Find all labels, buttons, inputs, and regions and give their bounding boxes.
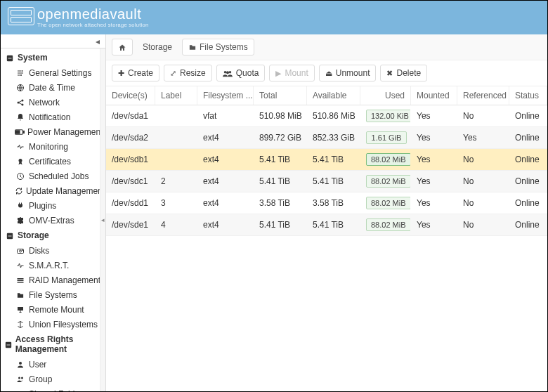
sidebar-item-label: Shared Folders xyxy=(29,389,86,392)
sidebar-group-system[interactable]: System xyxy=(1,50,105,65)
delete-button[interactable]: ✖Delete xyxy=(380,65,427,81)
cell-referenced: No xyxy=(457,150,509,169)
header-used[interactable]: Used xyxy=(360,86,411,105)
breadcrumb-bar: Storage File Systems xyxy=(106,34,547,60)
table-row[interactable]: /dev/sde14ext45.41 TiB5.41 TiB88.02 MiBY… xyxy=(106,214,547,236)
table-row[interactable]: /dev/sda1vfat510.98 MiB510.86 MiB132.00 … xyxy=(106,105,547,127)
cell-available: 5.41 TiB xyxy=(307,150,360,169)
sidebar-item-label: Scheduled Jobs xyxy=(29,171,89,181)
folder-icon xyxy=(15,290,26,300)
header-mounted[interactable]: Mounted xyxy=(411,86,457,105)
cell-device: /dev/sdc1 xyxy=(106,172,155,190)
sidebar-item-label: S.M.A.R.T. xyxy=(29,261,69,270)
cell-total: 510.98 MiB xyxy=(254,107,307,125)
sidebar-collapse-side[interactable]: ◂ xyxy=(100,48,105,391)
cell-status: Online xyxy=(509,150,547,169)
hdd-icon xyxy=(15,246,26,256)
sidebar-collapse-top[interactable]: ◂ xyxy=(1,34,105,48)
sidebar-item-omv-extras[interactable]: OMV-Extras xyxy=(1,213,105,228)
heartbeat-icon xyxy=(15,142,26,152)
table-row[interactable]: /dev/sdc12ext45.41 TiB5.41 TiB88.02 MiBY… xyxy=(106,171,547,192)
sidebar-item-power-management[interactable]: Power Management xyxy=(1,124,105,139)
used-badge: 88.02 MiB xyxy=(366,197,411,209)
header-referenced[interactable]: Referenced xyxy=(457,86,509,105)
sidebar-item-date-time[interactable]: Date & Time xyxy=(1,80,105,95)
sidebar-item-scheduled-jobs[interactable]: Scheduled Jobs xyxy=(1,169,105,183)
cell-device: /dev/sda2 xyxy=(106,129,155,147)
sidebar-item-label: Notification xyxy=(29,112,70,122)
sidebar-item-network[interactable]: Network xyxy=(1,95,105,110)
cell-used: 88.02 MiB xyxy=(360,149,411,170)
header-device[interactable]: Device(s) xyxy=(106,86,155,105)
mount-label: Mount xyxy=(285,68,308,78)
sidebar-item-label: Update Management xyxy=(26,186,105,196)
sidebar-item-user[interactable]: User xyxy=(1,357,105,372)
cell-available: 852.33 GiB xyxy=(307,129,360,147)
toolbar: ✚Create ⤢Resize Quota ▶Mount ⏏Unmount ✖D… xyxy=(106,60,547,86)
create-button[interactable]: ✚Create xyxy=(112,65,159,81)
sidebar-item-remote-mount[interactable]: Remote Mount xyxy=(1,302,105,317)
sidebar-item-union-filesystems[interactable]: Union Filesystems xyxy=(1,317,105,332)
svg-point-20 xyxy=(19,362,22,365)
sidebar-item-certificates[interactable]: Certificates xyxy=(1,154,105,169)
sidebar-item-label: Date & Time xyxy=(29,83,75,93)
sidebar-item-raid-management[interactable]: RAID Management xyxy=(1,273,105,287)
resize-button[interactable]: ⤢Resize xyxy=(164,65,212,81)
sidebar-item-plugins[interactable]: Plugins xyxy=(1,198,105,213)
sidebar-group-storage[interactable]: Storage xyxy=(1,228,105,243)
svg-point-21 xyxy=(18,377,20,379)
breadcrumb-home[interactable] xyxy=(112,39,133,55)
header-status[interactable]: Status xyxy=(509,86,547,105)
sidebar-item-group[interactable]: Group xyxy=(1,372,105,386)
table-row[interactable]: /dev/sdd13ext43.58 TiB3.58 TiB88.02 MiBY… xyxy=(106,192,547,214)
header-total[interactable]: Total xyxy=(254,86,307,105)
app-banner: openmediavault The open network attached… xyxy=(1,1,547,34)
sidebar-item-label: Monitoring xyxy=(29,142,68,152)
cell-referenced: No xyxy=(457,172,509,190)
quota-button[interactable]: Quota xyxy=(216,65,266,81)
sidebar-item-update-management[interactable]: Update Management xyxy=(1,183,105,198)
sidebar-group-access-rights-management[interactable]: Access Rights Management xyxy=(1,332,105,357)
content-area: Storage File Systems ✚Create ⤢Resize Quo… xyxy=(106,34,547,391)
folder-icon xyxy=(188,42,197,52)
cell-mounted: Yes xyxy=(411,129,457,147)
sidebar-item-notification[interactable]: Notification xyxy=(1,110,105,124)
logo-title: openmediavault xyxy=(37,7,149,21)
sidebar-item-monitoring[interactable]: Monitoring xyxy=(1,139,105,154)
cell-status: Online xyxy=(509,107,547,125)
create-label: Create xyxy=(128,68,153,78)
table-row[interactable]: /dev/sda2ext4899.72 GiB852.33 GiB1.61 Gi… xyxy=(106,127,547,149)
sidebar-item-general-settings[interactable]: General Settings xyxy=(1,65,105,80)
globe-icon xyxy=(15,83,26,93)
sidebar-item-s-m-a-r-t-[interactable]: S.M.A.R.T. xyxy=(1,258,105,273)
cell-device: /dev/sdb1 xyxy=(106,150,155,169)
cell-filesystem: ext4 xyxy=(197,216,254,234)
used-badge: 88.02 MiB xyxy=(366,175,411,188)
cell-referenced: No xyxy=(457,194,509,212)
sidebar-item-shared-folders[interactable]: Shared Folders xyxy=(1,386,105,391)
sidebar-item-file-systems[interactable]: File Systems xyxy=(1,287,105,302)
group-icon xyxy=(15,374,26,384)
cell-mounted: Yes xyxy=(411,172,457,190)
breadcrumb-filesystems[interactable]: File Systems xyxy=(182,39,254,55)
table-row[interactable]: /dev/sdb1ext45.41 TiB5.41 TiB88.02 MiBYe… xyxy=(106,149,547,171)
breadcrumb-label: File Systems xyxy=(200,42,248,52)
header-label[interactable]: Label xyxy=(155,86,197,105)
minus-icon xyxy=(5,230,15,240)
unmount-button[interactable]: ⏏Unmount xyxy=(319,65,377,81)
cell-referenced: Yes xyxy=(457,129,509,147)
header-filesystem[interactable]: Filesystem ... xyxy=(197,86,254,105)
cell-mounted: Yes xyxy=(411,194,457,212)
header-available[interactable]: Available xyxy=(307,86,360,105)
sidebar-item-disks[interactable]: Disks xyxy=(1,243,105,258)
share-icon xyxy=(15,98,26,107)
cell-available: 3.58 TiB xyxy=(307,194,360,212)
svg-rect-1 xyxy=(8,58,12,58)
cert-icon xyxy=(15,157,26,166)
sidebar-item-label: User xyxy=(29,360,46,370)
table-header: Device(s) Label Filesystem ... Total Ava… xyxy=(106,86,547,105)
used-badge: 88.02 MiB xyxy=(366,153,411,166)
cell-total: 3.58 TiB xyxy=(254,194,307,212)
sidebar-group-label: Access Rights Management xyxy=(15,334,101,354)
breadcrumb-storage[interactable]: Storage xyxy=(137,39,178,55)
